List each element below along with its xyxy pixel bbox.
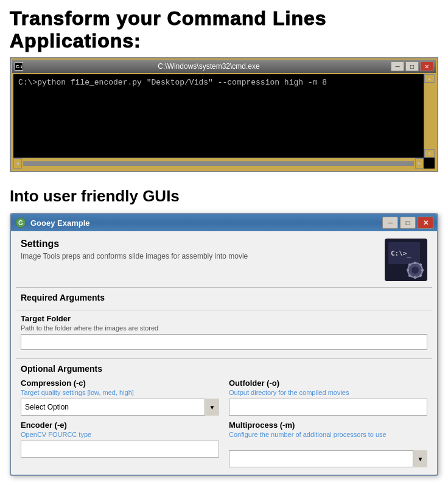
cmd-titlebar: C:\ C:\Windows\system32\cmd.exe ─ □ ✕ [12, 60, 436, 73]
settings-header: Settings Image Tools preps and conforms … [11, 231, 437, 287]
cmd-command-text: C:\>python file_encoder.py "Desktop/Vids… [18, 78, 327, 87]
compression-desc: Target quality settings [low, med, high] [21, 389, 219, 396]
gui-close-button[interactable]: ✕ [418, 217, 433, 229]
cmd-scrollbar-bottom[interactable]: ◄ ► [13, 158, 424, 169]
gui-maximize-button[interactable]: □ [400, 217, 416, 229]
outfolder-label: Outfolder (-o) [229, 379, 427, 388]
compression-select[interactable]: Select Option low med high [21, 399, 219, 416]
cmd-icon: C:\ [15, 62, 23, 71]
settings-description: Image Tools preps and conforms slide ima… [21, 252, 385, 260]
compression-select-wrapper: Select Option low med high ▼ [21, 399, 219, 416]
cmd-minimize-button[interactable]: ─ [391, 61, 404, 71]
outfolder-group: Outfolder (-o) Output directory for the … [229, 379, 427, 416]
encoder-label: Encoder (-e) [21, 420, 219, 430]
gui-minimize-button[interactable]: ─ [382, 217, 398, 229]
svg-rect-10 [421, 269, 424, 271]
encoder-desc: OpenCV FOURCC type [21, 431, 219, 438]
cmd-maximize-button[interactable]: □ [405, 61, 419, 71]
target-folder-desc: Path to the folder where the images are … [21, 324, 427, 332]
optional-args-title: Optional Arguments [21, 364, 427, 374]
header-banner: Transform your Command Lines Application… [0, 0, 448, 57]
encoder-input[interactable] [21, 441, 219, 458]
required-args-title: Required Arguments [21, 293, 427, 302]
settings-title: Settings [21, 239, 385, 249]
cmd-title-text: C:\Windows\system32\cmd.exe [27, 62, 391, 71]
svg-text:G: G [18, 220, 23, 226]
compression-group: Compression (-c) Target quality settings… [21, 379, 219, 416]
svg-rect-9 [407, 269, 409, 271]
cmd-logo-icon: C:\>_ [385, 239, 427, 281]
optional-args-row2: Encoder (-e) OpenCV FOURCC type Multipro… [11, 420, 437, 475]
multiprocess-group: Multiprocess (-m) Configure the number o… [229, 420, 427, 467]
gui-title-text: Gooey Example [30, 218, 382, 228]
outfolder-desc: Output directory for the compiled movies [229, 389, 427, 396]
settings-text: Settings Image Tools preps and conforms … [21, 239, 385, 260]
gui-titlebar: G Gooey Example ─ □ ✕ [11, 214, 437, 231]
required-args-section: Required Arguments [11, 288, 437, 310]
target-folder-group: Target Folder Path to the folder where t… [11, 310, 437, 354]
header-title: Transform your Command Lines Application… [10, 7, 438, 52]
optional-args-section: Optional Arguments [11, 359, 437, 374]
gui-window: G Gooey Example ─ □ ✕ Settings Image Too… [10, 213, 438, 476]
svg-point-6 [411, 267, 419, 274]
gooey-icon: G [15, 217, 27, 229]
svg-text:C:\>_: C:\>_ [391, 249, 411, 257]
svg-rect-7 [414, 262, 416, 264]
multiprocess-desc: Configure the number of additional proce… [229, 431, 427, 448]
multiprocess-select-wrapper: ▼ [229, 450, 427, 467]
svg-rect-8 [414, 276, 416, 279]
encoder-group: Encoder (-e) OpenCV FOURCC type [21, 420, 219, 467]
cmd-close-button[interactable]: ✕ [420, 61, 433, 71]
outfolder-input[interactable] [229, 399, 427, 416]
cmd-window: C:\ C:\Windows\system32\cmd.exe ─ □ ✕ C:… [10, 57, 438, 172]
cmd-body: C:\>python file_encoder.py "Desktop/Vids… [13, 74, 435, 169]
multiprocess-label: Multiprocess (-m) [229, 420, 427, 430]
section2-heading: Into user friendly GUIs [0, 182, 448, 213]
target-folder-input[interactable] [21, 334, 427, 350]
compression-label: Compression (-c) [21, 379, 219, 388]
gui-controls: ─ □ ✕ [382, 217, 433, 229]
multiprocess-select[interactable] [229, 450, 427, 467]
optional-args-row1: Compression (-c) Target quality settings… [11, 379, 437, 420]
target-folder-label: Target Folder [21, 314, 427, 323]
cmd-scrollbar-right[interactable]: ▲ ▼ [424, 74, 435, 158]
cmd-controls: ─ □ ✕ [391, 61, 433, 71]
